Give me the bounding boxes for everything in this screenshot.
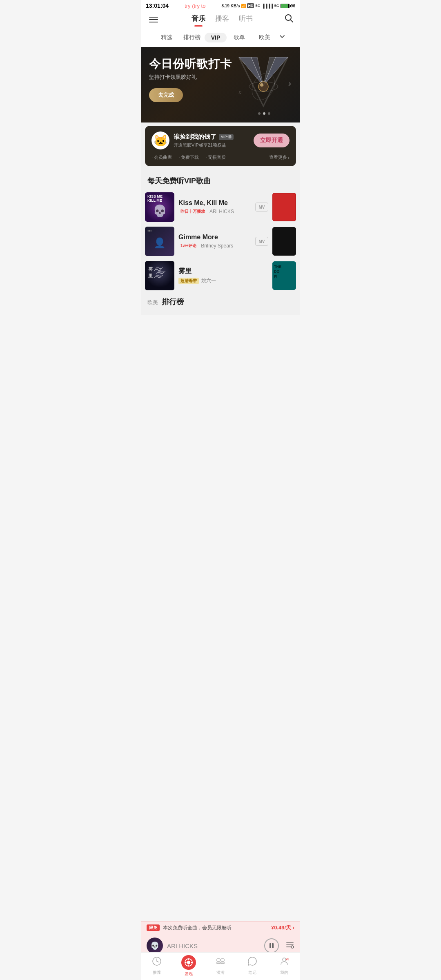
tab-podcast[interactable]: 播客 (215, 14, 229, 25)
svg-point-14 (268, 112, 270, 115)
cat-vip[interactable]: VIP (205, 33, 227, 42)
song-name-3: 雾里 (178, 267, 268, 276)
song-artist-1: ARI HICKS (209, 209, 234, 214)
mv-badge-1[interactable]: MV (255, 203, 268, 212)
chart-section: 欧美 排行榜 (141, 293, 300, 315)
status-bar: 13:01:04 try (try to 8.19 KB/s 📶 HD 5G ▐… (141, 0, 300, 11)
hamburger-line-3 (149, 22, 158, 22)
category-tabs: 精选 排行榜 VIP 歌单 欧美 (147, 28, 294, 47)
svg-rect-18 (273, 194, 295, 220)
mv-badge-2[interactable]: MV (255, 237, 268, 246)
song-item-2[interactable]: ••• 👤 Gimme More 1w+评论 Britney Spears MV (145, 224, 296, 258)
battery-percent: 96 (291, 4, 295, 8)
vip-open-button[interactable]: 立即开通 (254, 134, 290, 147)
song-tag-1: 昨日十万播放 (178, 208, 207, 215)
song-meta-1: 昨日十万播放 ARI HICKS (178, 208, 251, 215)
tab-audiobook[interactable]: 听书 (239, 14, 253, 25)
signal-icon: ▐▐▐▐ (262, 4, 273, 8)
cat-jingxuan[interactable]: 精选 (154, 32, 179, 43)
vip-info: 谁捡到我的钱了 VIP·尝 开通黑胶VIP畅享21项权益 (174, 133, 234, 148)
search-button[interactable] (285, 14, 294, 25)
main-scroll-area: 今日份听歌打卡 坚持打卡领黑胶好礼 去完成 (141, 47, 300, 368)
header: 音乐 播客 听书 精选 排行榜 VIP 歌单 欧美 (141, 11, 300, 47)
song-side-thumb-2 (272, 227, 296, 256)
song-list: KISS MEKILL ME 💀 Kiss Me, Kill Me (141, 190, 300, 293)
vip-subscription-card: 🐱 谁捡到我的钱了 VIP·尝 开通黑胶VIP畅享21项权益 立即开通 会员曲库… (145, 126, 296, 166)
song-name-1: Kiss Me, Kill Me (178, 199, 251, 207)
category-dropdown[interactable] (277, 33, 287, 42)
vip-feature-download: 免费下载 (178, 154, 199, 160)
svg-text:♪: ♪ (288, 80, 291, 87)
daily-checkin-banner[interactable]: 今日份听歌打卡 坚持打卡领黑胶好礼 去完成 (141, 47, 300, 122)
svg-point-13 (263, 112, 265, 115)
song-info-3: 雾里 超清母带 姚六一 (178, 267, 268, 284)
status-time: 13:01:04 (146, 2, 169, 9)
svg-point-6 (258, 82, 268, 91)
song-item-3[interactable]: 🌫 雾 里 雾里 超清母带 姚六一 THE (145, 258, 296, 293)
section-title-free-vip: 每天免费听VIP歌曲 (141, 169, 300, 190)
song-tag-2: 1w+评论 (178, 243, 198, 249)
svg-text:里: 里 (148, 273, 153, 278)
wifi-icon: 📶 (241, 4, 246, 8)
battery-indicator (281, 4, 290, 8)
song-tag-3: 超清母带 (178, 278, 199, 284)
hamburger-line-2 (149, 19, 158, 20)
diamond-decoration: ♪ ♫ (231, 53, 292, 116)
vip-feature-library: 会员曲库 (151, 154, 172, 160)
song-cover-3: 🌫 雾 里 (145, 261, 174, 290)
battery-fill (281, 4, 288, 8)
header-nav: 音乐 播客 听书 (147, 14, 294, 28)
vip-features: 会员曲库 免费下载 无损音质 查看更多 › (151, 154, 290, 160)
vip-card-top: 🐱 谁捡到我的钱了 VIP·尝 开通黑胶VIP畅享21项权益 立即开通 (151, 131, 290, 149)
banner-subtitle: 坚持打卡领黑胶好礼 (149, 74, 232, 81)
svg-text:♫: ♫ (238, 89, 242, 95)
song-artist-2: Britney Spears (201, 243, 233, 249)
banner-text-content: 今日份听歌打卡 坚持打卡领黑胶好礼 去完成 (149, 57, 232, 102)
cover-text-1: KISS MEKILL ME (147, 195, 163, 203)
banner-title: 今日份听歌打卡 (149, 57, 232, 71)
5g-icon-2: 5G (274, 4, 279, 8)
svg-text:雾: 雾 (148, 267, 153, 272)
status-icons: 8.19 KB/s 📶 HD 5G ▐▐▐▐ 5G 96 (221, 3, 295, 8)
svg-line-1 (291, 20, 293, 22)
vip-avatar: 🐱 (151, 131, 169, 149)
svg-text:FI: FI (274, 274, 277, 278)
banner-button[interactable]: 去完成 (149, 88, 183, 102)
vip-username: 谁捡到我的钱了 VIP·尝 (174, 133, 234, 141)
vip-card-left: 🐱 谁捡到我的钱了 VIP·尝 开通黑胶VIP畅享21项权益 (151, 131, 234, 149)
vip-description: 开通黑胶VIP畅享21项权益 (174, 142, 234, 148)
song-cover-1: KISS MEKILL ME 💀 (145, 192, 174, 222)
song-side-thumb-1 (272, 193, 296, 221)
svg-text:🌫: 🌫 (153, 265, 166, 280)
vip-feature-lossless: 无损音质 (205, 154, 226, 160)
vip-more-link[interactable]: 查看更多 › (269, 154, 290, 160)
svg-point-7 (260, 83, 263, 87)
song-name-2: Gimme More (178, 234, 251, 241)
hamburger-line-1 (149, 17, 158, 18)
song-item-1[interactable]: KISS MEKILL ME 💀 Kiss Me, Kill Me (145, 190, 296, 224)
svg-text:👤: 👤 (154, 237, 166, 249)
main-content: 今日份听歌打卡 坚持打卡领黑胶好礼 去完成 (141, 47, 300, 315)
hd-icon: HD (247, 3, 254, 8)
song-info-1: Kiss Me, Kill Me 昨日十万播放 ARI HICKS (178, 199, 251, 215)
song-meta-2: 1w+评论 Britney Spears (178, 243, 251, 249)
svg-point-12 (258, 112, 261, 115)
svg-text:💀: 💀 (153, 204, 167, 218)
speed-indicator: 8.19 KB/s (221, 4, 240, 8)
menu-button[interactable] (147, 15, 160, 24)
song-info-2: Gimme More 1w+评论 Britney Spears (178, 234, 251, 249)
song-meta-3: 超清母带 姚六一 (178, 277, 268, 284)
vip-badge: VIP·尝 (219, 134, 234, 140)
svg-text:THE: THE (274, 265, 281, 269)
song-side-thumb-3: THE DO FI (272, 261, 296, 290)
cat-gedan[interactable]: 歌单 (227, 32, 252, 43)
cat-paihangbang[interactable]: 排行榜 (179, 32, 205, 43)
svg-rect-22 (272, 227, 296, 256)
chart-section-title: 欧美 排行榜 (145, 293, 296, 311)
5g-icon: 5G (255, 4, 260, 8)
status-notification: try (try to (185, 3, 205, 9)
main-nav-tabs: 音乐 播客 听书 (192, 14, 253, 25)
cat-oumei[interactable]: 欧美 (252, 32, 277, 43)
tab-music[interactable]: 音乐 (192, 14, 205, 25)
song-artist-3: 姚六一 (201, 277, 216, 284)
